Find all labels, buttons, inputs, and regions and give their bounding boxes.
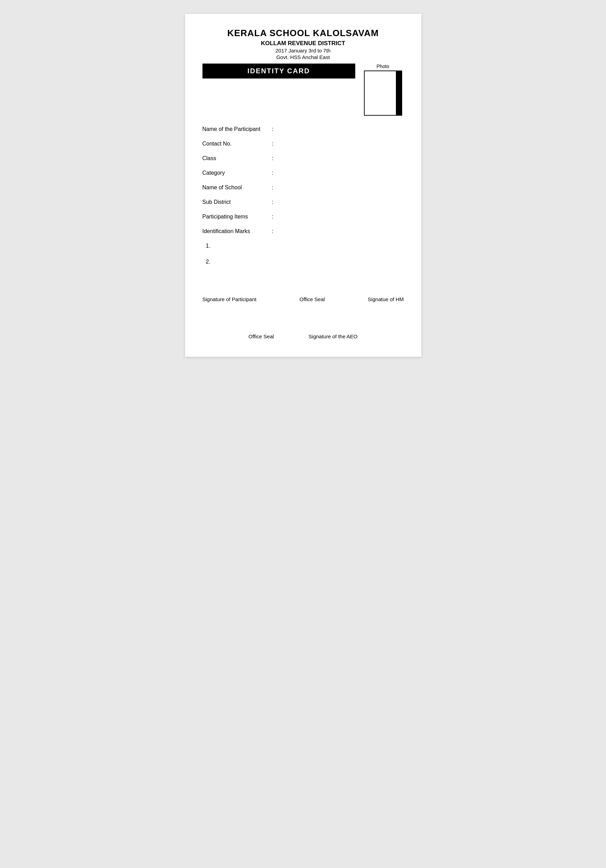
field-row-contact: Contact No. : — [203, 141, 404, 147]
label-category: Category — [203, 170, 272, 176]
marks-item-1: 1. — [203, 243, 404, 249]
signatures-row-1: Signature of Participant Office Seal Sig… — [203, 279, 404, 302]
field-row-idmarks: Identification Marks : — [203, 228, 404, 235]
marks-item-2-num: 2. — [206, 259, 211, 265]
main-title: KERALA SCHOOL KALOLSAVAM — [203, 28, 404, 39]
value-participant — [281, 126, 404, 133]
colon-participating: : — [272, 214, 277, 220]
field-row-school: Name of School : — [203, 184, 404, 191]
colon-participant: : — [272, 126, 277, 132]
photo-strip — [396, 71, 402, 115]
label-idmarks: Identification Marks — [203, 228, 272, 234]
value-school — [281, 184, 404, 191]
colon-school: : — [272, 184, 277, 191]
top-section: IDENTITY CARD Photo — [203, 64, 404, 116]
value-class — [281, 155, 404, 162]
sig-participant: Signature of Participant — [203, 279, 257, 302]
sig-aeo: Signature of the AEO — [309, 316, 358, 339]
label-contact: Contact No. — [203, 141, 272, 147]
photo-box — [364, 71, 402, 116]
colon-subdistrict: : — [272, 199, 277, 205]
district-subtitle: KOLLAM REVENUE DISTRICT — [203, 40, 404, 47]
signatures-row-2: Office Seal Signature of the AEO — [203, 316, 404, 339]
value-idmarks — [281, 228, 404, 235]
value-subdistrict — [281, 199, 404, 206]
sig-office-seal-2: Office Seal — [248, 316, 274, 339]
colon-category: : — [272, 170, 277, 176]
sig-aeo-label: Signature of the AEO — [309, 333, 358, 339]
identity-card: KERALA SCHOOL KALOLSAVAM KOLLAM REVENUE … — [185, 14, 421, 357]
sig-participant-label: Signature of Participant — [203, 296, 257, 302]
photo-area: Photo — [362, 64, 404, 116]
marks-item-1-num: 1. — [206, 243, 211, 249]
sig-hm-label: Signatue of HM — [368, 296, 403, 302]
sig-office-seal-1-label: Office Seal — [299, 296, 325, 302]
card-header: KERALA SCHOOL KALOLSAVAM KOLLAM REVENUE … — [203, 28, 404, 60]
field-row-participant: Name of the Participant : — [203, 126, 404, 133]
sig-hm: Signatue of HM — [368, 279, 403, 302]
fields-section: Name of the Participant : Contact No. : … — [203, 126, 404, 235]
label-participant: Name of the Participant — [203, 126, 272, 132]
colon-class: : — [272, 155, 277, 161]
colon-contact: : — [272, 141, 277, 147]
field-row-class: Class : — [203, 155, 404, 162]
label-subdistrict: Sub District — [203, 199, 272, 205]
field-row-subdistrict: Sub District : — [203, 199, 404, 206]
field-row-category: Category : — [203, 170, 404, 177]
photo-label: Photo — [377, 64, 389, 69]
event-venue: Govt. HSS Anchal East — [203, 54, 404, 60]
value-category — [281, 170, 404, 177]
identity-card-label: IDENTITY CARD — [203, 64, 355, 79]
label-school: Name of School — [203, 184, 272, 191]
marks-item-2: 2. — [203, 259, 404, 265]
field-row-participating: Participating Items : — [203, 214, 404, 220]
label-participating: Participating Items — [203, 214, 272, 220]
sig-office-seal-1: Office Seal — [299, 279, 325, 302]
label-class: Class — [203, 155, 272, 161]
marks-items: 1. 2. — [203, 243, 404, 265]
value-contact — [281, 141, 404, 147]
identity-bar-wrapper: IDENTITY CARD — [203, 64, 355, 79]
value-participating — [281, 214, 404, 220]
colon-idmarks: : — [272, 228, 277, 234]
sig-office-seal-2-label: Office Seal — [248, 333, 274, 339]
event-dates: 2017 January 3rd to 7th — [203, 48, 404, 53]
